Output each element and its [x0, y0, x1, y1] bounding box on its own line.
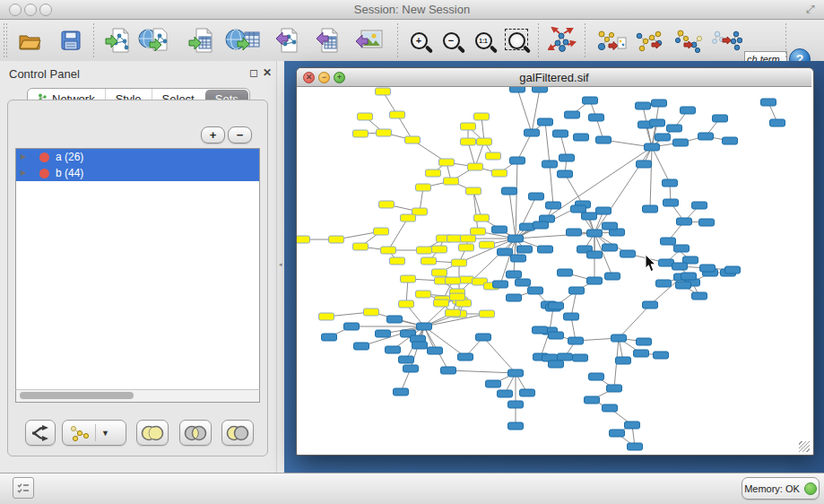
graph-node[interactable] — [466, 187, 481, 195]
graph-node[interactable] — [432, 269, 447, 276]
graph-node[interactable] — [364, 308, 379, 316]
graph-node[interactable] — [603, 404, 618, 412]
graph-node[interactable] — [723, 137, 738, 144]
graph-node[interactable] — [446, 309, 461, 317]
graph-node[interactable] — [564, 313, 579, 320]
graph-node[interactable] — [585, 396, 600, 404]
graph-node[interactable] — [458, 353, 473, 361]
graph-node[interactable] — [692, 202, 707, 209]
zoom-out-button[interactable]: − — [438, 25, 464, 56]
graph-node[interactable] — [416, 291, 431, 298]
graph-node[interactable] — [565, 111, 580, 118]
graph-node[interactable] — [656, 280, 672, 287]
expander-icon[interactable]: ▶ — [21, 169, 28, 177]
graph-node[interactable] — [507, 271, 522, 278]
graph-node[interactable] — [476, 334, 491, 341]
graph-node[interactable] — [520, 389, 535, 396]
difference-button[interactable] — [221, 420, 254, 446]
graph-node[interactable] — [492, 169, 507, 177]
graph-node[interactable] — [567, 229, 582, 236]
graph-node[interactable] — [390, 111, 405, 118]
graph-node[interactable] — [553, 130, 568, 137]
import-table-url-button[interactable] — [222, 25, 264, 56]
graph-node[interactable] — [520, 223, 535, 230]
sets-list[interactable]: ▶a (26)▶b (44) — [15, 148, 260, 391]
graph-node[interactable] — [699, 219, 715, 226]
close-panel-button[interactable]: ✕ — [263, 67, 272, 78]
show-all-button[interactable] — [710, 25, 744, 56]
graph-node[interactable] — [474, 214, 490, 222]
graph-node[interactable] — [459, 244, 474, 251]
graph-node[interactable] — [652, 100, 667, 107]
graph-node[interactable] — [681, 107, 696, 114]
select-first-neighbors-button[interactable] — [633, 25, 667, 56]
graph-node[interactable] — [549, 302, 564, 309]
graph-node[interactable] — [507, 294, 522, 301]
graph-node[interactable] — [319, 313, 334, 320]
graph-node[interactable] — [344, 323, 360, 330]
graph-node[interactable] — [558, 170, 573, 178]
export-image-button[interactable] — [352, 25, 385, 56]
graph-node[interactable] — [426, 169, 441, 177]
graph-node[interactable] — [663, 179, 678, 187]
graph-edge[interactable] — [594, 147, 652, 233]
graph-node[interactable] — [517, 246, 533, 253]
graph-edge[interactable] — [388, 218, 408, 250]
graph-edge[interactable] — [550, 164, 553, 205]
graph-node[interactable] — [493, 281, 508, 288]
graph-node[interactable] — [461, 235, 476, 242]
graph-node[interactable] — [379, 201, 395, 208]
graph-node[interactable] — [511, 255, 526, 262]
graph-node[interactable] — [542, 161, 558, 168]
graph-node[interactable] — [528, 287, 543, 294]
graph-node[interactable] — [403, 365, 419, 372]
graph-node[interactable] — [492, 226, 507, 233]
graph-node[interactable] — [474, 113, 490, 120]
graph-node[interactable] — [692, 292, 707, 300]
graph-node[interactable] — [672, 263, 688, 270]
remove-set-button[interactable]: − — [228, 126, 252, 143]
union-button[interactable] — [136, 420, 169, 446]
graph-edge[interactable] — [619, 305, 650, 338]
graph-edge[interactable] — [516, 233, 594, 239]
graph-node[interactable] — [681, 273, 697, 280]
graph-node[interactable] — [589, 373, 604, 380]
graph-node[interactable] — [568, 337, 584, 344]
dropdown-arrow-icon[interactable]: ▼ — [95, 424, 115, 441]
import-network-url-button[interactable] — [136, 25, 174, 56]
graph-node[interactable] — [468, 163, 483, 170]
graph-node[interactable] — [587, 277, 603, 284]
graph-node[interactable] — [416, 184, 431, 191]
graph-node[interactable] — [650, 119, 665, 126]
graph-node[interactable] — [533, 222, 549, 229]
graph-node[interactable] — [525, 129, 540, 136]
zoom-selected-button[interactable] — [502, 25, 531, 56]
graph-node[interactable] — [607, 385, 622, 392]
float-panel-button[interactable]: ◻ — [249, 67, 258, 78]
add-set-button[interactable]: + — [201, 126, 225, 143]
graph-node[interactable] — [533, 326, 548, 334]
graph-node[interactable] — [508, 369, 524, 377]
graph-node[interactable] — [405, 136, 421, 143]
graph-node[interactable] — [725, 266, 741, 274]
graph-node[interactable] — [637, 338, 652, 345]
graph-node[interactable] — [713, 115, 728, 122]
graph-node[interactable] — [587, 230, 603, 237]
graph-node[interactable] — [546, 202, 561, 209]
scrollbar-thumb[interactable] — [20, 392, 134, 399]
graph-edge[interactable] — [650, 147, 652, 209]
graph-node[interactable] — [596, 207, 611, 214]
graph-node[interactable] — [376, 88, 391, 95]
graph-node[interactable] — [401, 214, 416, 222]
memory-status-button[interactable]: Memory: OK — [742, 477, 820, 500]
graph-node[interactable] — [441, 367, 456, 374]
graph-node[interactable] — [432, 246, 447, 253]
graph-node[interactable] — [698, 133, 714, 140]
graph-node[interactable] — [386, 346, 401, 353]
graph-node[interactable] — [625, 421, 640, 429]
graph-node[interactable] — [674, 245, 690, 252]
graph-node[interactable] — [634, 350, 649, 357]
graph-node[interactable] — [374, 228, 389, 235]
graph-node[interactable] — [673, 139, 689, 146]
graph-node[interactable] — [610, 430, 625, 437]
